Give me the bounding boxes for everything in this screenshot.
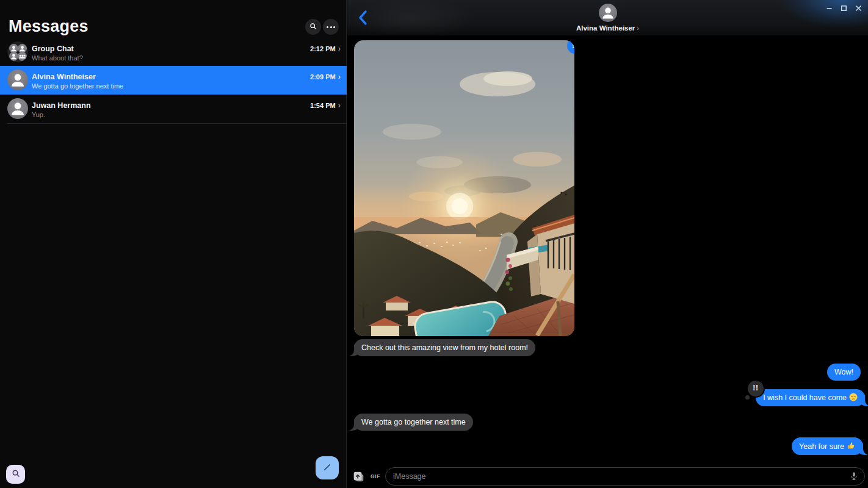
chat-pane: Alvina Wintheiser ›: [347, 0, 868, 488]
conversation-name: Alvina Wintheiser: [32, 73, 96, 81]
chevron-right-icon: ›: [338, 45, 341, 52]
message-bubble-sent[interactable]: I wish I could have come !!: [756, 389, 865, 406]
list-divider: [7, 123, 346, 124]
attach-photos-button[interactable]: [352, 470, 365, 484]
conversation-preview: Yup.: [32, 111, 45, 118]
message-input[interactable]: [393, 472, 848, 481]
conversation-name: Juwan Hermann: [32, 101, 91, 110]
thumbs-up-emoji: [847, 441, 856, 450]
message-input-pill: [385, 467, 865, 486]
close-button[interactable]: [854, 4, 863, 13]
contact-header[interactable]: Alvina Wintheiser ›: [347, 4, 868, 32]
photo-attachment[interactable]: !!: [354, 40, 574, 336]
search-fab-button[interactable]: [6, 465, 25, 484]
maximize-button[interactable]: [839, 4, 848, 13]
more-button[interactable]: [323, 19, 339, 35]
conversation-preview: We gotta go together next time: [32, 82, 123, 90]
message-bubble-sent[interactable]: Wow!: [827, 364, 861, 381]
message-bubble-received[interactable]: We gotta go together next time: [354, 414, 473, 431]
chat-header: Alvina Wintheiser ›: [347, 0, 868, 35]
contact-avatar: [599, 4, 617, 22]
search-icon: [11, 468, 21, 480]
contact-name: Alvina Wintheiser: [576, 24, 635, 32]
tapback-tail-dot: [745, 395, 750, 400]
microphone-icon: [849, 475, 859, 484]
conversation-time: 2:12 PM: [310, 45, 336, 52]
photos-share-icon: [352, 476, 365, 486]
message-bubble-received[interactable]: Check out this amazing view from my hote…: [354, 339, 535, 356]
conversation-time: 1:54 PM: [310, 102, 336, 109]
search-button[interactable]: [305, 19, 321, 35]
group-avatar: [7, 41, 28, 62]
mic-button[interactable]: [848, 470, 859, 483]
message-bubble-sent[interactable]: Yeah for sure: [792, 437, 863, 455]
person-avatar: [7, 70, 28, 90]
conversation-name: Group Chat: [32, 45, 74, 53]
tapback-double-exclamation[interactable]: !!: [748, 381, 764, 396]
sidebar: Messages Group Chat What about that? 2:1…: [0, 0, 347, 488]
conversation-juwan-hermann[interactable]: Juwan Hermann Yup. 1:54 PM ›: [0, 95, 347, 123]
sunset-photo: [354, 40, 574, 336]
search-icon: [309, 22, 317, 32]
messages-app-window: Messages Group Chat What about that? 2:1…: [0, 0, 868, 488]
conversation-preview: What about that?: [32, 54, 83, 62]
ellipsis-icon: [327, 26, 335, 28]
pencil-icon: [321, 461, 333, 475]
pensive-face-emoji: [849, 393, 858, 401]
message-area: !! Check out this amazing view from my h…: [347, 35, 868, 466]
window-controls: [825, 4, 863, 13]
composer-bar: GIF: [347, 466, 868, 488]
gif-button[interactable]: GIF: [371, 473, 380, 479]
compose-fab-button[interactable]: [316, 456, 339, 479]
person-avatar: [7, 98, 28, 119]
conversation-alvina-wintheiser[interactable]: Alvina Wintheiser We gotta go together n…: [0, 66, 347, 95]
chevron-right-icon: ›: [338, 101, 341, 109]
chevron-right-icon: ›: [338, 73, 341, 81]
minimize-button[interactable]: [825, 4, 834, 13]
chevron-right-icon: ›: [637, 25, 639, 32]
conversation-group-chat[interactable]: Group Chat What about that? 2:12 PM ›: [0, 38, 347, 66]
conversation-time: 2:09 PM: [310, 73, 336, 81]
page-title: Messages: [9, 17, 89, 36]
